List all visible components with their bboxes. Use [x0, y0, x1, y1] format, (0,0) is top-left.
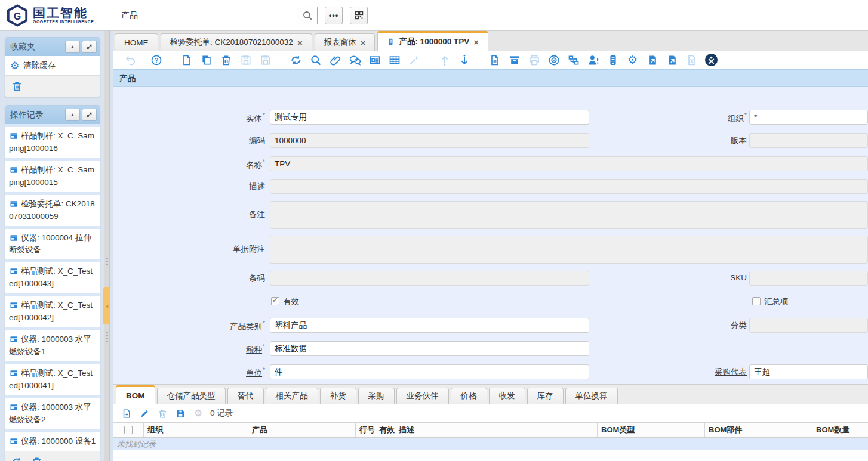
history-item[interactable]: 样品测试: X_C_Tested[1000042] [5, 293, 100, 327]
history-item[interactable]: 仪器: 1000003 水平燃烧设备2 [5, 395, 100, 429]
tab-inventory[interactable]: 库存 [527, 388, 564, 404]
tab-bom[interactable]: BOM [116, 385, 155, 404]
uom-field[interactable]: 件 [270, 364, 589, 379]
new-record-button[interactable] [177, 52, 196, 69]
entity-field[interactable]: 测试专用 [270, 110, 589, 125]
delete-record-button[interactable] [216, 52, 236, 69]
favorites-collapse-button[interactable]: ▲ [65, 41, 80, 53]
copy-record-button[interactable] [196, 52, 216, 69]
column-header-bom-part[interactable]: BOM部件 [704, 423, 812, 437]
history-item[interactable]: 仪器: 1000004 拉伸断裂设备 [5, 226, 100, 260]
history-item[interactable]: 仪器: 1000003 水平燃烧设备1 [5, 327, 100, 361]
parent-record-button[interactable] [435, 52, 454, 69]
column-header-bom-type[interactable]: BOM类型 [597, 423, 704, 437]
entity-label[interactable]: 实体 [246, 114, 262, 123]
favorites-panel: 收藏夹 ▲ ⚙ 清除缓存 [5, 37, 100, 97]
tab-report-window[interactable]: 报表窗体× [315, 33, 375, 51]
history-item[interactable]: 样品制样: X_C_Samping[1000016 [5, 124, 100, 158]
history-collapse-button[interactable]: ▲ [65, 109, 80, 121]
device-button[interactable] [603, 52, 623, 69]
import-file-button[interactable] [662, 52, 682, 69]
save-button[interactable] [236, 52, 256, 69]
tab-inspection-order[interactable]: 检验委托单: CK201807021000032× [161, 33, 312, 51]
tax-field[interactable]: 标准数据 [270, 341, 589, 356]
tab-business-partner[interactable]: 业务伙伴 [396, 388, 449, 404]
column-header-active[interactable]: 有效 [375, 423, 395, 437]
tab-warehouse-product-type[interactable]: 仓储产品类型 [157, 388, 226, 404]
column-header-org[interactable]: 组织 [143, 423, 248, 437]
category-label[interactable]: 产品类别 [230, 322, 262, 331]
close-icon[interactable]: × [297, 38, 303, 47]
window-tabbar: HOME 检验委托单: CK201807021000032× 报表窗体× 产品:… [113, 31, 868, 51]
find-button[interactable] [306, 52, 325, 69]
uom-label[interactable]: 单位 [246, 369, 262, 378]
workflow-button[interactable] [564, 52, 583, 69]
tab-related-product[interactable]: 相关产品 [266, 388, 318, 404]
pdf-export-button[interactable] [485, 52, 504, 69]
history-item[interactable]: 检验委托单: CK201807031000059 [5, 192, 100, 226]
help-button[interactable] [146, 52, 166, 69]
detail-new-button[interactable] [119, 406, 134, 420]
refresh-icon[interactable] [11, 456, 23, 461]
splitter-bar[interactable] [104, 31, 110, 461]
purchase-rep-label[interactable]: 采购代表 [715, 367, 747, 376]
summary-checkbox[interactable] [752, 297, 761, 305]
column-header-product[interactable]: 产品 [248, 423, 355, 437]
more-button[interactable]: ••• [325, 7, 343, 24]
export-file-button[interactable] [642, 52, 662, 69]
print-button[interactable] [524, 52, 544, 69]
record-access-button[interactable] [544, 52, 564, 69]
search-button[interactable] [297, 7, 317, 24]
refresh-button[interactable] [286, 52, 306, 69]
history-item[interactable]: 样品制样: X_C_Samping[1000015 [5, 158, 100, 192]
detail-delete-button[interactable] [155, 406, 170, 420]
archive-button[interactable] [504, 52, 524, 69]
select-all-checkbox[interactable] [124, 426, 133, 434]
detail-settings-button[interactable]: ⚙ [191, 406, 205, 420]
tab-product[interactable]: 产品: 1000000 TPV× [377, 31, 488, 51]
undo-button[interactable] [121, 52, 140, 69]
history-item[interactable]: 样品测试: X_C_Tested[1000043] [5, 259, 100, 293]
tab-uom-conversion[interactable]: 单位换算 [565, 388, 618, 404]
close-icon[interactable]: × [361, 38, 366, 47]
card-view-button[interactable] [365, 52, 384, 69]
column-header-line[interactable]: 行号 [355, 423, 375, 437]
history-expand-button[interactable] [82, 109, 97, 121]
detail-save-button[interactable] [173, 406, 187, 420]
user-contact-button[interactable] [583, 52, 603, 69]
process-button[interactable] [404, 52, 424, 69]
org-field[interactable]: * [749, 110, 868, 125]
attachment-button[interactable] [325, 52, 345, 69]
splitter-collapse-handle[interactable]: ◂ [103, 287, 110, 324]
purchase-rep-field[interactable]: 王超 [749, 364, 868, 379]
tab-purchasing[interactable]: 采购 [358, 388, 395, 404]
excel-export-button[interactable] [682, 52, 701, 69]
clear-cache-item[interactable]: ⚙ 清除缓存 [5, 56, 100, 75]
detail-record-button[interactable] [454, 52, 474, 69]
close-icon[interactable]: × [473, 38, 479, 47]
column-header-description[interactable]: 描述 [395, 423, 597, 437]
org-label[interactable]: 组织 [728, 114, 744, 123]
tab-replenish[interactable]: 补货 [320, 388, 356, 404]
favorites-expand-button[interactable] [82, 41, 97, 53]
qr-grid-button[interactable] [350, 7, 368, 24]
history-item[interactable]: 仪器: 1000000 设备1 [5, 429, 100, 451]
tab-price[interactable]: 价格 [451, 388, 487, 404]
history-item[interactable]: 样品测试: X_C_Tested[1000041] [5, 361, 100, 395]
save-create-button[interactable] [256, 52, 275, 69]
tab-home[interactable]: HOME [115, 33, 158, 51]
settings-button[interactable]: ⚙ [623, 52, 642, 69]
tab-substitute[interactable]: 替代 [227, 388, 264, 404]
logout-button[interactable] [701, 52, 721, 69]
active-checkbox[interactable] [271, 297, 279, 305]
grid-view-button[interactable] [384, 52, 404, 69]
detail-edit-button[interactable] [137, 406, 152, 420]
tax-label[interactable]: 税种 [246, 345, 262, 354]
column-header-bom-qty[interactable]: BOM数量 [812, 423, 868, 437]
chat-button[interactable] [345, 52, 365, 69]
trash-icon[interactable] [31, 456, 42, 461]
search-input[interactable] [116, 7, 297, 24]
category-field[interactable]: 塑料产品 [270, 318, 589, 333]
trash-icon[interactable] [11, 81, 23, 92]
tab-receipt-issue[interactable]: 收发 [489, 388, 525, 404]
